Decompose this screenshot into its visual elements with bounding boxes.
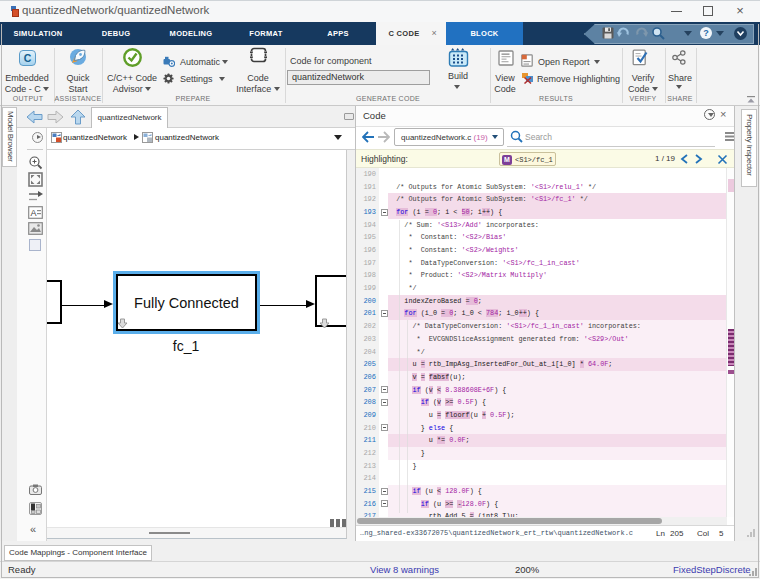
svg-text:A: A bbox=[31, 208, 37, 218]
